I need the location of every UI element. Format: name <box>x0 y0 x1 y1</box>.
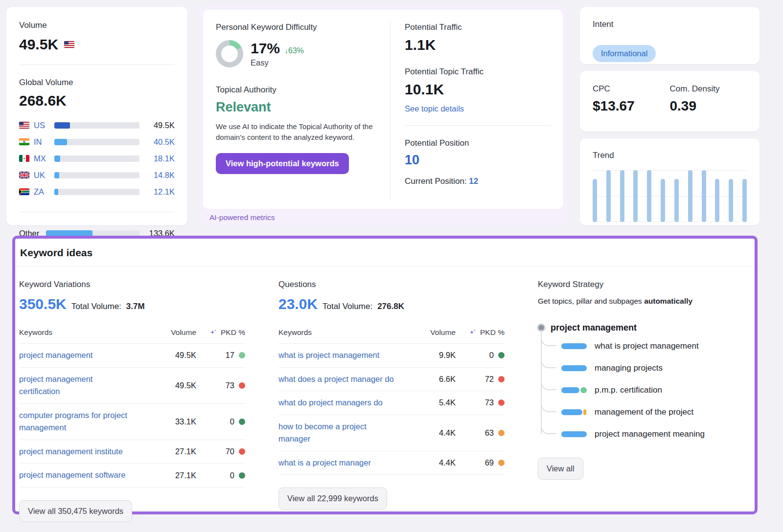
trend-card: Trend <box>580 138 760 225</box>
view-all-questions-button[interactable]: View all 22,999 keywords <box>278 488 387 510</box>
za-flag-icon <box>19 188 29 195</box>
country-code-link[interactable]: ZA <box>34 187 52 197</box>
pkd-delta: ↓63% <box>284 46 304 55</box>
country-code-link[interactable]: IN <box>34 137 52 147</box>
tree-subpage-label: project management meaning <box>595 429 705 439</box>
questions-count: 23.0K <box>278 296 318 312</box>
trend-bar <box>620 170 624 222</box>
tree-subpage-label: what is project management <box>595 341 699 351</box>
country-code-link[interactable]: MX <box>34 154 52 163</box>
intent-informational-badge[interactable]: Informational <box>593 45 656 62</box>
keyword-ideas-section: Keyword ideas Keyword Variations 350.5K … <box>12 236 758 514</box>
keyword-link[interactable]: what does a project manager do <box>278 373 421 386</box>
trend-bar <box>606 170 611 222</box>
keyword-link[interactable]: what is a project manager <box>278 457 421 469</box>
com-density-label: Com. Density <box>670 84 747 94</box>
trend-bar <box>742 179 747 222</box>
total-volume-value: 276.8K <box>377 302 404 311</box>
volume-column-header: Volume <box>162 328 196 337</box>
trend-bar <box>674 179 679 222</box>
pkd-status-dot <box>239 448 245 455</box>
keyword-progress-pill <box>561 387 587 393</box>
potential-topic-traffic-value: 10.1K <box>405 81 551 98</box>
volume-label: Volume <box>19 21 175 30</box>
keywords-column-header: Keywords <box>278 328 421 337</box>
keyword-pkd: 70 <box>196 447 245 456</box>
divider <box>19 212 175 212</box>
keyword-link[interactable]: project management software <box>19 469 162 482</box>
keyword-link[interactable]: project management institute <box>19 445 162 458</box>
in-flag-icon <box>19 138 29 145</box>
pkd-level: Easy <box>251 58 304 67</box>
trend-bar <box>702 170 706 222</box>
keyword-pkd: 0 <box>196 471 245 480</box>
current-position-value[interactable]: 12 <box>469 177 478 186</box>
volume-value: 49.5K <box>19 36 58 53</box>
trend-bar-chart <box>593 170 747 222</box>
country-code-link[interactable]: US <box>34 121 52 130</box>
keyword-volume: 5.4K <box>421 398 456 407</box>
uk-flag-icon <box>19 172 29 178</box>
pkd-title: Personal Keyword Difficulty <box>216 22 377 32</box>
keyword-table-row: project management software27.1K0 <box>19 463 245 488</box>
view-all-variations-button[interactable]: View all 350,475 keywords <box>19 500 132 522</box>
difficulty-donut-chart <box>216 40 243 67</box>
trend-bar <box>661 179 665 222</box>
intent-card: Intent Informational <box>580 7 760 64</box>
keyword-link[interactable]: what do project managers do <box>278 397 421 409</box>
total-volume-value: 3.7M <box>126 302 145 311</box>
keyword-link[interactable]: computer programs for project management <box>19 409 162 434</box>
trend-bar <box>688 170 692 222</box>
pkd-status-dot <box>498 352 505 358</box>
tree-root-topic: project management <box>538 320 743 335</box>
keyword-link[interactable]: what is project management <box>278 349 421 362</box>
keyword-table-row: what is project management9.9K0 <box>278 343 505 367</box>
keyword-table-row: how to become a project manager4.4K63 <box>278 415 505 451</box>
country-volume-value[interactable]: 49.5K <box>145 121 175 130</box>
pkd-status-dot <box>239 472 245 479</box>
see-topic-details-link[interactable]: See topic details <box>405 104 464 113</box>
keyword-strategy-column: Keyword Strategy Get topics, pillar and … <box>538 266 743 480</box>
keyword-variations-title: Keyword Variations <box>19 280 245 289</box>
com-density-value: 0.39 <box>670 98 747 114</box>
country-volume-value[interactable]: 18.1K <box>145 154 175 163</box>
country-volume-value[interactable]: 12.1K <box>145 187 175 197</box>
tree-connector-elbow <box>541 396 556 412</box>
country-volume-row: UK14.8K <box>19 167 175 183</box>
tree-subpage-row: project management meaning <box>538 423 743 445</box>
keyword-strategy-title: Keyword Strategy <box>538 280 743 289</box>
keyword-progress-pill <box>561 409 587 415</box>
pkd-status-dot <box>239 382 245 389</box>
pkd-value: 17% <box>251 40 280 57</box>
topical-authority-description: We use AI to indicate the Topical Author… <box>216 121 377 143</box>
pkd-status-dot <box>498 376 505 382</box>
country-volume-bar <box>54 172 139 178</box>
keyword-strategy-subtitle: Get topics, pillar and subpages automati… <box>538 297 743 306</box>
country-volume-row: MX18.1K <box>19 150 175 167</box>
country-code-link[interactable]: UK <box>34 171 52 180</box>
keyword-volume: 27.1K <box>162 471 196 480</box>
potential-traffic-value: 1.1K <box>405 37 551 53</box>
country-volume-value[interactable]: 14.8K <box>145 171 175 180</box>
country-volume-row: ZA12.1K <box>19 183 175 200</box>
keyword-volume: 9.9K <box>421 351 456 360</box>
country-volume-bar <box>54 155 139 162</box>
keyword-link[interactable]: project management certification <box>19 373 162 398</box>
table-header: Keywords Volume PKD % <box>19 328 245 343</box>
keyword-pkd: 69 <box>456 458 505 467</box>
keyword-pkd: 73 <box>456 398 505 407</box>
country-volume-bar <box>54 139 139 145</box>
keyword-link[interactable]: how to become a project manager <box>278 421 421 445</box>
tree-subpage-row: managing projects <box>538 357 743 379</box>
tree-subpage-row: what is project management <box>538 335 743 357</box>
trend-bar <box>647 170 651 222</box>
keyword-link[interactable]: project management <box>19 349 162 362</box>
keyword-progress-pill <box>561 343 587 349</box>
pkd-column-header: PKD % <box>221 328 245 337</box>
view-all-strategy-button[interactable]: View all <box>538 458 583 480</box>
country-volume-value[interactable]: 40.5K <box>145 137 175 147</box>
view-high-potential-keywords-button[interactable]: View high-potential keywords <box>216 153 349 174</box>
total-volume-label: Total Volume: <box>322 302 372 311</box>
keyword-variations-count: 350.5K <box>19 296 67 312</box>
ai-sparkle-icon <box>469 329 477 337</box>
